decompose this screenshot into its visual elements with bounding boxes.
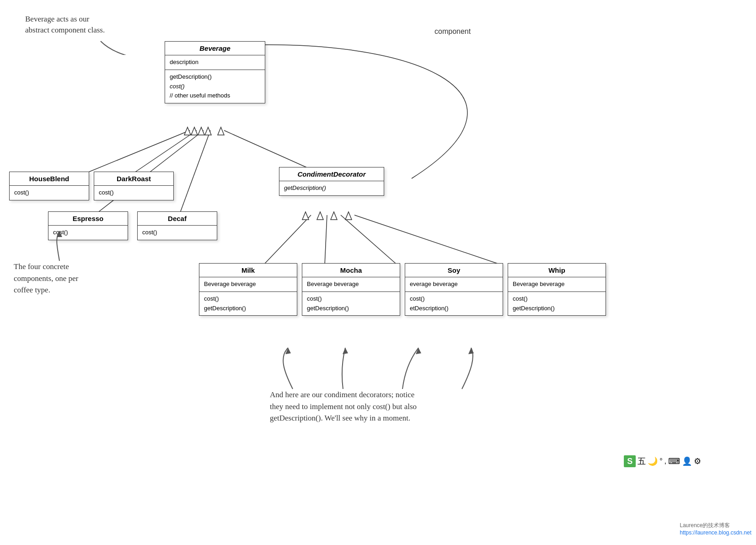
whip-title: Whip (508, 264, 606, 277)
espresso-title: Espresso (48, 212, 128, 226)
milk-title: Milk (199, 264, 297, 277)
espresso-box: Espresso cost() (48, 211, 128, 240)
whip-section1: Beverage beverage (508, 277, 606, 292)
milk-box: Milk Beverage beverage cost()getDescript… (199, 263, 297, 316)
svg-marker-14 (302, 212, 309, 220)
annotation-beverage-abstract: Beverage acts as ourabstract component c… (25, 14, 105, 36)
svg-line-10 (263, 215, 311, 265)
darkroast-box: DarkRoast cost() (94, 172, 174, 200)
condiment-decorator-title: CondimentDecorator (279, 167, 384, 181)
toolbar-user[interactable]: 👤 (682, 456, 692, 466)
svg-marker-16 (331, 212, 337, 220)
decaf-title: Decaf (138, 212, 217, 226)
svg-line-12 (341, 215, 398, 265)
espresso-section1: cost() (48, 226, 128, 240)
houseblend-section1: cost() (10, 186, 89, 200)
svg-marker-23 (416, 348, 421, 354)
toolbar-grid[interactable]: ⚙ (694, 456, 701, 466)
toolbar-wu[interactable]: 五 (638, 456, 646, 467)
svg-marker-9 (218, 127, 224, 135)
darkroast-title: DarkRoast (94, 172, 173, 186)
soy-box: Soy everage beverage cost()etDescription… (405, 263, 503, 316)
annotation-four-concrete: The four concretecomponents, one percoff… (14, 261, 78, 296)
beverage-title: Beverage (165, 42, 265, 55)
decaf-section1: cost() (138, 226, 217, 240)
svg-marker-6 (191, 127, 198, 135)
darkroast-section1: cost() (94, 186, 173, 200)
whip-section2: cost()getDescription() (508, 292, 606, 316)
watermark: Laurence的技术博客 https://laurence.blog.csdn… (680, 522, 751, 536)
svg-line-3 (178, 130, 210, 217)
mocha-box: Mocha Beverage beverage cost()getDescrip… (302, 263, 400, 316)
svg-marker-8 (205, 127, 211, 135)
houseblend-title: HouseBlend (10, 172, 89, 186)
soy-section2: cost()etDescription() (405, 292, 503, 316)
beverage-section1: description (165, 55, 265, 70)
soy-section1: everage beverage (405, 277, 503, 292)
toolbar-keyboard[interactable]: ⌨ (668, 456, 680, 466)
component-label: component (434, 27, 471, 36)
beverage-section2: getDescription() cost() // other useful … (165, 70, 265, 103)
toolbar-moon[interactable]: 🌙 (648, 456, 658, 466)
milk-section1: Beverage beverage (199, 277, 297, 292)
svg-line-13 (354, 215, 503, 265)
condiment-decorator-box: CondimentDecorator getDescription() (279, 167, 384, 196)
decaf-box: Decaf cost() (137, 211, 217, 240)
soy-title: Soy (405, 264, 503, 277)
svg-marker-22 (343, 348, 348, 354)
mocha-section1: Beverage beverage (302, 277, 400, 292)
s-toolbar-icon[interactable]: S (624, 455, 636, 467)
milk-section2: cost()getDescription() (199, 292, 297, 316)
svg-marker-17 (345, 212, 352, 220)
watermark-line1: Laurence的技术博客 (680, 522, 751, 529)
toolbar: S 五 🌙 ° , ⌨ 👤 ⚙ (624, 455, 701, 467)
condiment-decorator-section1: getDescription() (279, 181, 384, 195)
beverage-box: Beverage description getDescription() co… (165, 41, 265, 103)
mocha-section2: cost()getDescription() (302, 292, 400, 316)
toolbar-degree: ° (659, 457, 662, 465)
toolbar-comma: , (665, 457, 666, 465)
whip-box: Whip Beverage beverage cost()getDescript… (508, 263, 606, 316)
svg-marker-7 (198, 127, 204, 135)
houseblend-box: HouseBlend cost() (9, 172, 89, 200)
watermark-line2: https://laurence.blog.csdn.net (680, 529, 751, 536)
svg-marker-5 (184, 127, 191, 135)
svg-marker-15 (317, 212, 323, 220)
svg-line-11 (325, 215, 327, 265)
annotation-condiment-decorators: And here are our condiment decorators; n… (270, 389, 417, 424)
mocha-title: Mocha (302, 264, 400, 277)
svg-marker-21 (285, 348, 291, 354)
svg-marker-24 (468, 348, 474, 354)
diagram-container: Beverage description getDescription() co… (0, 0, 756, 545)
